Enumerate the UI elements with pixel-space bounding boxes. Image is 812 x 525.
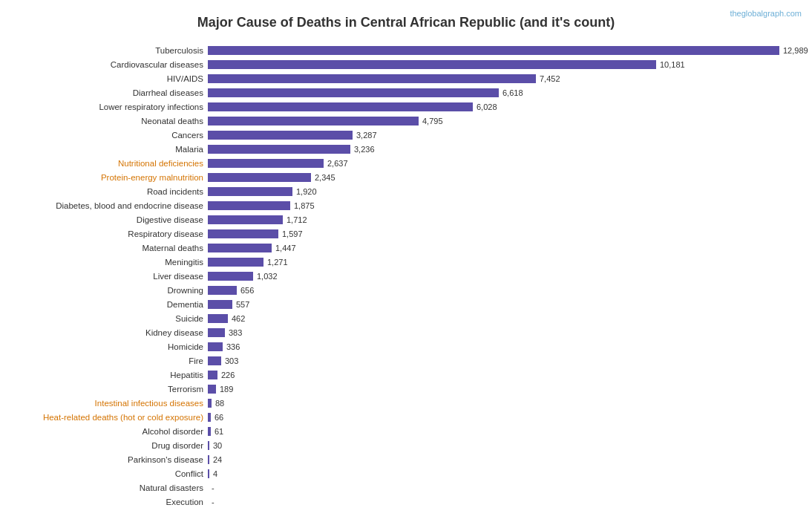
bar [208,399,212,408]
bar-value: 4 [213,469,217,478]
bar-label: Terrorism [15,385,208,394]
bar-wrap: 10,181 [208,60,805,69]
bar [208,385,216,394]
bar-label: Liver disease [15,272,208,281]
bar [208,258,263,267]
bar-row: Dementia557 [15,298,805,310]
bar-wrap: 6,028 [208,102,805,111]
bar-label: Drug disorder [15,441,208,450]
bar-label: Digestive disease [15,215,208,224]
bar [208,342,223,351]
bar-wrap: 66 [208,413,805,422]
bar-label: Diabetes, blood and endocrine disease [15,201,208,210]
bar [208,469,209,478]
bar-label: Meningitis [15,258,208,267]
bar-label: Diarrheal diseases [15,88,208,97]
bar-wrap: 1,271 [208,258,805,267]
bar [208,455,209,464]
bar-value: 303 [225,356,238,365]
bar-value: 383 [229,328,242,337]
chart-title: Major Cause of Deaths in Central African… [7,15,805,30]
bar [208,46,779,55]
bar-row: Respiratory disease1,597 [15,227,805,240]
bar-value: 462 [232,314,245,323]
bar [208,88,499,97]
bar-wrap: 383 [208,328,805,337]
bar-label: Lower respiratory infections [15,102,208,111]
bar-wrap: 61 [208,427,805,436]
bar-row: Heat-related deaths (hot or cold exposur… [15,411,805,423]
bar-wrap: 1,920 [208,187,805,196]
bar-label: Drowning [15,286,208,295]
bar-row: Suicide462 [15,312,805,325]
bar-value: 1,920 [296,187,317,196]
bar-row: Terrorism189 [15,382,805,395]
bar-row: Diabetes, blood and endocrine disease1,8… [15,199,805,212]
bar-label: Intestinal infectious diseases [15,399,208,408]
bar-value: 226 [221,371,235,379]
bar-value: 24 [213,455,222,464]
bar [208,427,211,436]
bar-wrap: 30 [208,441,805,450]
bar-value: 336 [226,342,240,351]
bar-label: Respiratory disease [15,229,208,238]
bar-label: Fire [15,356,208,365]
bar-wrap: 7,452 [208,74,805,83]
bar-row: Nutritional deficiencies2,637 [15,157,805,169]
bar-label: Dementia [15,300,208,309]
bar [208,229,278,238]
chart-container: Major Cause of Deaths in Central African… [0,0,812,525]
bar-row: Tuberculosis12,989 [15,44,805,56]
bar-label: HIV/AIDS [15,74,208,83]
bar-wrap: 1,447 [208,244,805,252]
bar-value: 1,712 [287,215,307,224]
bar-row: Lower respiratory infections6,028 [15,100,805,113]
bar [208,173,311,182]
bar-wrap: 2,637 [208,159,805,168]
bar-row: Liver disease1,032 [15,270,805,282]
bar-value: 6,028 [477,102,497,111]
bar-label: Homicide [15,342,208,351]
bar-wrap: 336 [208,342,805,351]
bar-value: - [212,483,215,492]
bar-row: Kidney disease383 [15,326,805,339]
bar-row: Fire303 [15,354,805,367]
bar [208,371,217,379]
bar-value: 1,271 [267,258,288,267]
bar-wrap: 303 [208,356,805,365]
bar-label: Neonatal deaths [15,117,208,125]
bar-row: Digestive disease1,712 [15,213,805,226]
bar-row: Execution- [15,495,805,508]
bar-wrap: 1,712 [208,215,805,224]
bar-row: Intestinal infectious diseases88 [15,397,805,409]
bar-value: 1,597 [282,229,303,238]
bar-label: Maternal deaths [15,244,208,252]
bar-wrap: 4,795 [208,117,805,125]
bar-value: 66 [215,413,223,422]
bar-value: 656 [240,286,254,295]
bar-wrap: 24 [208,455,805,464]
bar-row: Protein-energy malnutrition2,345 [15,171,805,183]
bar [208,60,656,69]
bar-row: Meningitis1,271 [15,255,805,268]
bar-row: Natural disasters- [15,481,805,494]
bar [208,272,253,281]
bar-label: Heat-related deaths (hot or cold exposur… [15,413,208,422]
bar-value: 4,795 [422,117,443,125]
bar [208,74,536,83]
bar-value: 1,875 [294,201,315,210]
bar-label: Cardiovascular diseases [15,60,208,69]
bar-value: 1,032 [257,272,278,281]
bar [208,131,353,140]
bar-row: Maternal deaths1,447 [15,241,805,254]
bar-wrap: 4 [208,469,805,478]
bar-value: 557 [236,300,249,309]
bar [208,201,290,210]
bar-label: Alcohol disorder [15,427,208,436]
bar-value: 3,236 [354,145,375,154]
bar-wrap: 1,597 [208,229,805,238]
bar [208,286,237,295]
bar [208,187,292,196]
bar-wrap: 2,345 [208,173,805,182]
bar-wrap: 6,618 [208,88,805,97]
